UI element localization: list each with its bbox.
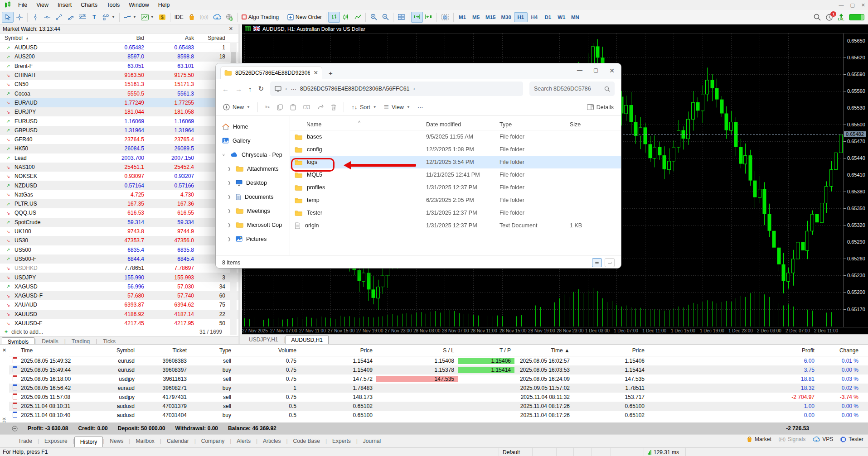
file-row-profiles[interactable]: profiles1/31/2025 12:37 PMFile folder bbox=[290, 181, 621, 194]
history-column-sl[interactable]: S / L bbox=[376, 347, 458, 354]
notifications-icon[interactable]: 1 bbox=[825, 14, 833, 21]
timeframe-button-m15[interactable]: M15 bbox=[483, 12, 498, 22]
chevron-right-icon[interactable]: ❯ bbox=[228, 181, 232, 185]
menu-item-window[interactable]: Window bbox=[124, 2, 153, 8]
market-watch-row-pltr.us[interactable]: ↗PLTR.US167.35167.36 bbox=[0, 199, 238, 208]
menu-item-tools[interactable]: Tools bbox=[102, 2, 124, 8]
candle-chart-type-button[interactable] bbox=[340, 12, 352, 23]
tab-close-icon[interactable]: ✕ bbox=[314, 69, 318, 76]
market-watch-row-nas100[interactable]: ↘NAS10025451.125452.4 bbox=[0, 163, 238, 172]
explorer-active-tab[interactable]: 8D526DC5786E4E88DD92306 ✕ bbox=[220, 66, 322, 79]
history-column-time[interactable]: Time bbox=[21, 347, 95, 354]
window-minimize-button[interactable]: — bbox=[839, 2, 844, 8]
market-watch-row-lead[interactable]: ↗Lead2003.7002007.150 bbox=[0, 154, 238, 163]
cut-icon[interactable]: ✂ bbox=[265, 104, 270, 110]
market-watch-row-eurjpy[interactable]: ↘EURJPY181.044181.058 bbox=[0, 107, 238, 116]
market-watch-row-xauaud[interactable]: ↘XAUAUD6393.876394.6275 bbox=[0, 300, 238, 309]
new-tab-button[interactable]: + bbox=[329, 69, 333, 79]
market-watch-row-cocoa[interactable]: ↗Cocoa5550.55561.3 bbox=[0, 89, 238, 98]
market-watch-add-row[interactable]: + click to add... 31 / 1699 bbox=[0, 328, 238, 336]
timeframe-button-h4[interactable]: H4 bbox=[528, 12, 541, 22]
ide-button[interactable]: IDE bbox=[172, 12, 186, 23]
menu-item-insert[interactable]: Insert bbox=[53, 2, 76, 8]
explorer-maximize-button[interactable]: ▢ bbox=[593, 67, 598, 74]
view-button[interactable]: ☰View▼ bbox=[384, 104, 410, 110]
file-list-columns[interactable]: Name˄Date modifiedTypeSize bbox=[290, 119, 621, 130]
toolbox-tab-experts[interactable]: Experts bbox=[327, 436, 356, 446]
toolbox-tab-trade[interactable]: Trade bbox=[13, 436, 38, 446]
market-watch-row-noksek[interactable]: ↘NOKSEK0.930970.93207 bbox=[0, 172, 238, 181]
thumbnail-view-toggle[interactable]: ▭ bbox=[605, 258, 615, 267]
column-header-date-modified[interactable]: Date modified bbox=[426, 121, 499, 128]
history-column-time[interactable]: Time ▲ bbox=[514, 347, 573, 354]
forward-icon[interactable]: → bbox=[235, 85, 242, 93]
file-row-tester[interactable]: Tester1/31/2025 12:37 PMFile folder bbox=[290, 206, 621, 219]
column-header-type[interactable]: Type bbox=[499, 121, 570, 128]
timeframe-button-m5[interactable]: M5 bbox=[469, 12, 483, 22]
zoom-out-button[interactable] bbox=[379, 12, 391, 23]
service-market[interactable]: Market bbox=[747, 436, 771, 442]
history-row-39611613[interactable]: 2025.08.05 16:18:00usdjpy39611613sell0.7… bbox=[9, 374, 868, 384]
channel-tool-button[interactable] bbox=[65, 12, 77, 23]
market-watch-row-nzdusd[interactable]: ↗NZDUSD0.571640.57166 bbox=[0, 181, 238, 190]
line-chart-type-button[interactable] bbox=[352, 12, 364, 23]
market-watch-row-euraud[interactable]: ↘EURAUD1.772491.77255 bbox=[0, 98, 238, 107]
market-watch-row-xauusd-f[interactable]: ↘XAUUSD-F4217.454217.9550 bbox=[0, 319, 238, 328]
toolbox-tab-mailbox[interactable]: Mailbox bbox=[130, 436, 160, 446]
signals-icon[interactable]: ((o)) bbox=[198, 12, 211, 23]
service-signals[interactable]: ((•))Signals bbox=[779, 436, 806, 442]
file-row-temp[interactable]: temp6/23/2025 2:05 PMFile folder bbox=[290, 194, 621, 206]
time-axis[interactable]: 27 Nov 202527 Nov 07:0027 Nov 11:0027 No… bbox=[242, 327, 868, 334]
market-watch-row-us500-f[interactable]: ↗US500-F6844.46845.4 bbox=[0, 254, 238, 264]
chart-shift-button[interactable] bbox=[423, 12, 435, 23]
column-header-bid[interactable]: Bid bbox=[104, 35, 144, 41]
trendline-tool-button[interactable] bbox=[53, 12, 65, 23]
history-row-47031404[interactable]: 2025.11.04 08:10:40audusd47031404buy0.50… bbox=[9, 411, 868, 420]
history-column-ticket[interactable]: Ticket bbox=[138, 347, 190, 354]
toolbox-tab-alerts[interactable]: Alerts bbox=[231, 436, 256, 446]
timeframe-button-h1[interactable]: H1 bbox=[514, 12, 528, 22]
delete-icon[interactable] bbox=[331, 104, 336, 110]
toolbox-tab-calendar[interactable]: Calendar bbox=[161, 436, 194, 446]
history-column-volume[interactable]: Volume bbox=[235, 347, 300, 354]
market-watch-row-chinah[interactable]: ↘CHINAH9163.509175.50 bbox=[0, 71, 238, 80]
lvl-indicator-icon[interactable]: LVL bbox=[838, 14, 844, 21]
history-column-symbol[interactable]: Symbol bbox=[95, 347, 138, 354]
bar-chart-type-button[interactable] bbox=[328, 12, 340, 23]
market-watch-row-uk100[interactable]: ↘UK1009743.89744.9 bbox=[0, 227, 238, 236]
market-watch-row-natgas[interactable]: ↘NatGas4.7254.730 bbox=[0, 190, 238, 199]
paste-icon[interactable] bbox=[290, 104, 296, 110]
cursor-tool-button[interactable] bbox=[2, 12, 14, 23]
window-maximize-button[interactable]: ▢ bbox=[850, 2, 854, 8]
column-header-symbol[interactable]: Symbol▲ bbox=[0, 35, 104, 41]
history-column-change[interactable]: Change bbox=[818, 347, 862, 354]
history-column-profit[interactable]: Profit bbox=[648, 347, 818, 354]
explorer-minimize-button[interactable]: — bbox=[577, 67, 582, 74]
service-vps[interactable]: VPS bbox=[813, 436, 833, 442]
profile-selector[interactable]: Default bbox=[499, 448, 532, 456]
menu-item-file[interactable]: File bbox=[14, 2, 32, 8]
market-watch-row-aus200[interactable]: ↗AUS2008597.08598.818 bbox=[0, 52, 238, 61]
history-row-39608383[interactable]: 2025.08.05 15:49:32eurusd39608383sell0.7… bbox=[9, 356, 868, 365]
file-row-logs[interactable]: logs12/1/2025 3:54 PMFile folder bbox=[290, 156, 621, 168]
sidebar-item-chrysoula-pep[interactable]: ∨Chrysoula - Pep bbox=[216, 148, 290, 162]
latency-indicator[interactable]: 129.31 ms bbox=[644, 448, 685, 456]
timeframe-button-d1[interactable]: D1 bbox=[541, 12, 555, 22]
text-tool-button[interactable]: T bbox=[88, 12, 100, 23]
history-column-header[interactable]: TimeSymbolTicketTypeVolumePriceS / LT / … bbox=[9, 345, 868, 356]
market-watch-row-audusd[interactable]: ↗AUDUSD0.654820.654831 bbox=[0, 43, 238, 52]
currency-button[interactable]: $ bbox=[156, 12, 168, 23]
new-order-button[interactable]: New Order bbox=[285, 12, 324, 23]
history-column-price[interactable]: Price bbox=[573, 347, 648, 354]
market-watch-row-ger40[interactable]: ↘GER4023764.523765.4 bbox=[0, 135, 238, 144]
breadcrumb-ellipsis[interactable]: ⋯ bbox=[291, 86, 296, 92]
copy-icon[interactable] bbox=[277, 104, 283, 110]
history-column-type[interactable]: Type bbox=[190, 347, 235, 354]
market-watch-row-brent-f[interactable]: ↗Brent-F63.05163.10150 bbox=[0, 62, 238, 71]
toolbox-tab-exposure[interactable]: Exposure bbox=[39, 436, 73, 446]
timeframe-button-w1[interactable]: W1 bbox=[555, 12, 568, 22]
column-header-name[interactable]: Name˄ bbox=[290, 121, 426, 128]
rename-icon[interactable]: A bbox=[303, 104, 310, 110]
market-watch-row-us30[interactable]: ↘US3047353.747356.0 bbox=[0, 236, 238, 245]
chevron-down-icon[interactable]: ∨ bbox=[222, 153, 227, 157]
